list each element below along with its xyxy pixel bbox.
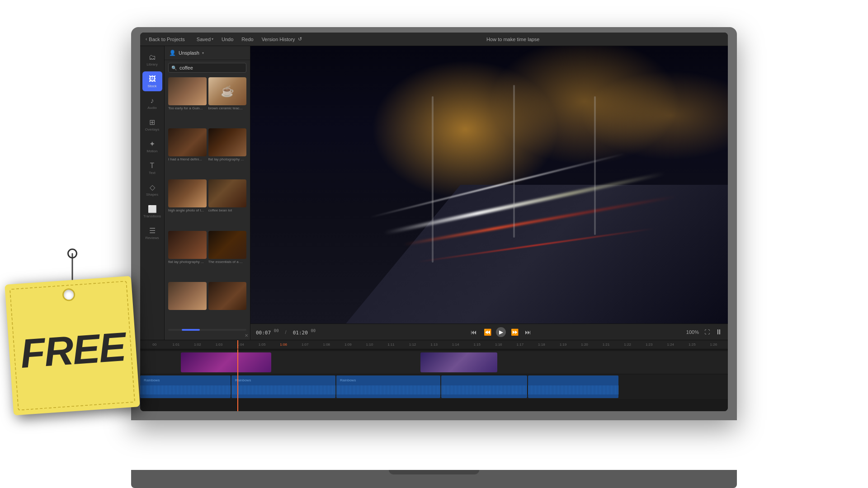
sidebar-item-library[interactable]: 🗂 Library bbox=[142, 50, 162, 70]
tag-dashed-border bbox=[9, 281, 135, 410]
back-to-projects-button[interactable]: ‹ Back to Projects bbox=[146, 37, 185, 42]
media-panel-header: 👤 Unsplash ▾ bbox=[165, 46, 250, 60]
ruler-tick: 1:09 bbox=[337, 343, 359, 347]
list-item[interactable]: ☕ brown ceramic teac... bbox=[208, 77, 247, 127]
stock-icon: 🖼 bbox=[149, 75, 156, 83]
media-panel: 👤 Unsplash ▾ 🔍 Too early for a Guin... bbox=[165, 46, 250, 340]
media-caption-8: The essentials of a ... bbox=[208, 259, 247, 265]
playhead-ruler bbox=[237, 340, 238, 349]
saved-button[interactable]: Saved ▾ bbox=[195, 36, 215, 43]
sidebar-item-transitions[interactable]: ⬜ Transitions bbox=[142, 202, 162, 221]
waveform-1 bbox=[140, 385, 231, 394]
tag-hook bbox=[67, 249, 77, 258]
sidebar-item-shapes[interactable]: ◇ Shapes bbox=[142, 180, 162, 200]
media-caption-2: brown ceramic teac... bbox=[208, 105, 247, 111]
main-area: 🗂 Library 🖼 Stock ♪ Audio ⊞ Overlays bbox=[140, 46, 728, 340]
skip-to-start-button[interactable]: ⏮ bbox=[469, 327, 479, 337]
ruler-tick: 1:24 bbox=[660, 343, 682, 347]
media-thumbnail-10 bbox=[208, 282, 247, 310]
sidebar-item-text[interactable]: T Text bbox=[142, 158, 162, 178]
shapes-icon: ◇ bbox=[150, 183, 155, 192]
ruler-tick: 1:12 bbox=[402, 343, 424, 347]
audio-clip-rainbows-4[interactable] bbox=[441, 375, 527, 398]
library-icon: 🗂 bbox=[149, 53, 156, 61]
text-icon: T bbox=[150, 162, 155, 170]
sidebar-item-label-library: Library bbox=[146, 62, 157, 66]
ruler-tick: 1:03 bbox=[208, 343, 230, 347]
top-bar-actions: Saved ▾ Undo Redo Version History ↺ bbox=[195, 35, 304, 43]
ruler-tick: 1:07 bbox=[294, 343, 316, 347]
list-item[interactable]: coffee bean Iot bbox=[208, 179, 247, 229]
audio-clip-rainbows-3[interactable]: Rainbows bbox=[336, 375, 440, 398]
project-title: How to make time lapse bbox=[304, 37, 722, 42]
media-caption-5: high angle photo of t... bbox=[168, 207, 207, 213]
rewind-button[interactable]: ⏪ bbox=[482, 327, 492, 337]
ruler-tick: 1:14 bbox=[445, 343, 467, 347]
list-item[interactable]: Too early for a Guin... bbox=[168, 77, 207, 127]
sidebar-item-label-text: Text bbox=[149, 171, 156, 175]
reviews-icon: ☰ bbox=[149, 226, 156, 235]
search-icon: 🔍 bbox=[171, 66, 177, 70]
sidebar-item-reviews[interactable]: ☰ Reviews bbox=[142, 223, 162, 243]
street-lamp-1 bbox=[432, 96, 434, 263]
search-input[interactable] bbox=[168, 63, 246, 73]
video-clip-2[interactable] bbox=[420, 352, 497, 372]
list-item[interactable]: high angle photo of t... bbox=[168, 179, 207, 229]
sidebar-item-label-reviews: Reviews bbox=[145, 236, 159, 240]
screen-bezel: ‹ Back to Projects Saved ▾ Undo Redo Ver… bbox=[140, 33, 728, 411]
media-thumbnail-4 bbox=[208, 128, 247, 156]
fullscreen-button[interactable]: ⛶ bbox=[704, 329, 710, 335]
street-lamp-3 bbox=[594, 96, 596, 235]
list-item[interactable]: flat lay photography ... bbox=[168, 231, 207, 280]
list-item[interactable]: The essentials of a ... bbox=[208, 231, 247, 280]
list-item[interactable] bbox=[168, 282, 207, 327]
sidebar-item-label-audio: Audio bbox=[147, 106, 156, 110]
highway-road bbox=[346, 185, 728, 324]
list-item[interactable]: I had a friend defini... bbox=[168, 128, 207, 178]
sidebar-item-overlays[interactable]: ⊞ Overlays bbox=[142, 115, 162, 135]
playback-bar: 00:07 00 / 01:20 00 ⏮ ⏪ ▶ ⏩ bbox=[250, 324, 728, 340]
timeline-area: 00 1:01 1:02 1:03 1:04 1:05 1:06 1:07 1:… bbox=[140, 340, 728, 411]
saved-dropdown-arrow: ▾ bbox=[212, 37, 213, 41]
version-history-button[interactable]: Version History ↺ bbox=[260, 35, 304, 43]
coffee-bean-icon: ☕ bbox=[221, 85, 234, 98]
ruler-tick: 1:17 bbox=[509, 343, 531, 347]
audio-label-2: Rainbows bbox=[233, 377, 253, 383]
current-timecode: 00:07 00 bbox=[256, 328, 279, 336]
video-canvas bbox=[250, 46, 728, 324]
video-track[interactable] bbox=[140, 351, 728, 374]
sidebar-item-audio[interactable]: ♪ Audio bbox=[142, 93, 162, 113]
list-item[interactable] bbox=[208, 282, 247, 327]
redo-button[interactable]: Redo bbox=[240, 36, 255, 43]
timeline-tracks: Rainbows Rainbows Rainbows bbox=[140, 349, 728, 411]
media-caption-1: Too early for a Guin... bbox=[168, 105, 207, 111]
media-caption-4: flat lay photography ... bbox=[208, 156, 247, 162]
fast-forward-button[interactable]: ⏩ bbox=[509, 327, 519, 337]
pause-indicator: ⏸ bbox=[715, 328, 722, 336]
skip-to-end-button[interactable]: ⏭ bbox=[523, 327, 533, 337]
audio-clip-rainbows-1[interactable]: Rainbows bbox=[140, 375, 231, 398]
back-chevron-icon: ‹ bbox=[146, 37, 147, 42]
sidebar-item-motion[interactable]: ✦ Motion bbox=[142, 136, 162, 156]
ruler-tick: 1:01 bbox=[165, 343, 187, 347]
video-clip-1[interactable] bbox=[181, 352, 271, 372]
panel-close-button[interactable]: ✕ bbox=[245, 333, 248, 338]
media-thumbnail-1 bbox=[168, 77, 207, 105]
ruler-tick: 1:19 bbox=[552, 343, 574, 347]
undo-button[interactable]: Undo bbox=[220, 36, 235, 43]
play-button[interactable]: ▶ bbox=[496, 327, 506, 337]
video-preview: 00:07 00 / 01:20 00 ⏮ ⏪ ▶ ⏩ bbox=[250, 46, 728, 340]
audio-track[interactable]: Rainbows Rainbows Rainbows bbox=[140, 375, 728, 399]
audio-icon: ♪ bbox=[151, 97, 154, 105]
overlays-icon: ⊞ bbox=[149, 118, 155, 127]
media-caption-6: coffee bean Iot bbox=[208, 207, 247, 213]
audio-clip-rainbows-5[interactable] bbox=[528, 375, 618, 398]
media-thumbnail-8 bbox=[208, 231, 247, 259]
version-history-icon: ↺ bbox=[298, 36, 302, 42]
source-dropdown-arrow: ▾ bbox=[202, 51, 204, 55]
audio-clip-rainbows-2[interactable]: Rainbows bbox=[231, 375, 335, 398]
list-item[interactable]: flat lay photography ... bbox=[208, 128, 247, 178]
sidebar-item-stock[interactable]: 🖼 Stock bbox=[142, 71, 162, 91]
back-to-projects-label: Back to Projects bbox=[149, 37, 184, 42]
sidebar-item-label-shapes: Shapes bbox=[146, 192, 158, 197]
